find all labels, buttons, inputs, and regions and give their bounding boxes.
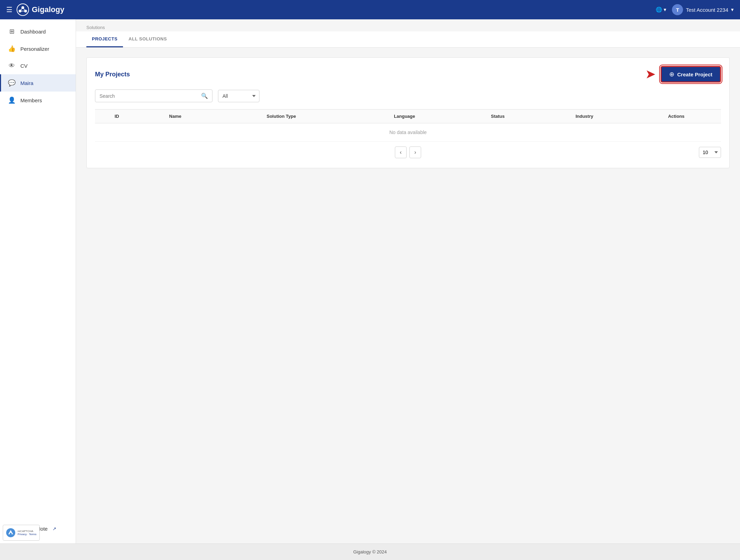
dashboard-icon: ⊞ — [8, 28, 16, 35]
next-page-button[interactable]: › — [409, 146, 421, 158]
no-data-row: No data available — [95, 123, 721, 142]
sidebar: ⊞ Dashboard 👍 Personalizer 👁 CV 💬 Maira … — [0, 19, 76, 543]
globe-icon: 🌐 — [656, 7, 662, 13]
col-status: Status — [458, 110, 538, 123]
recaptcha-text: reCAPTCHA Privacy · Terms — [18, 530, 37, 536]
tab-all-solutions[interactable]: ALL SOLUTIONS — [123, 31, 172, 47]
col-id: ID — [95, 110, 139, 123]
account-menu[interactable]: T Test Account 2234 ▾ — [672, 4, 734, 15]
search-input[interactable] — [99, 93, 201, 99]
svg-point-8 — [10, 533, 11, 534]
svg-line-4 — [20, 8, 23, 11]
tab-projects[interactable]: PROJECTS — [86, 31, 123, 47]
projects-header: My Projects ➤ ⊕ Create Project — [95, 66, 721, 83]
search-icon: 🔍 — [201, 93, 208, 99]
sidebar-label-dashboard: Dashboard — [20, 29, 46, 35]
footer-text: Gigalogy © 2024 — [353, 549, 387, 554]
recaptcha-icon — [6, 528, 16, 538]
recaptcha-label: reCAPTCHA — [18, 530, 37, 533]
col-name: Name — [139, 110, 212, 123]
content-area: Solutions PROJECTS ALL SOLUTIONS My Proj… — [76, 19, 740, 543]
content-body: My Projects ➤ ⊕ Create Project 🔍 — [76, 48, 740, 543]
filter-dropdown[interactable]: All Active Inactive — [218, 90, 259, 102]
privacy-terms-link[interactable]: Privacy · Terms — [18, 533, 37, 536]
topnav-left: ☰ Gigalogy — [6, 3, 64, 16]
projects-title: My Projects — [95, 71, 130, 78]
cv-icon: 👁 — [8, 62, 16, 69]
arrow-right-icon: ➤ — [646, 68, 655, 81]
svg-line-5 — [23, 8, 26, 11]
recaptcha-logo — [6, 528, 16, 538]
projects-card: My Projects ➤ ⊕ Create Project 🔍 — [86, 57, 730, 168]
pagination-row: ‹ › 10 25 50 100 — [95, 142, 721, 160]
create-project-label: Create Project — [677, 72, 712, 77]
create-project-button[interactable]: ⊕ Create Project — [661, 66, 721, 83]
top-navigation: ☰ Gigalogy 🌐 ▾ T Test Account 2234 — [0, 0, 740, 19]
topnav-right: 🌐 ▾ T Test Account 2234 ▾ — [656, 4, 734, 15]
no-data-cell: No data available — [95, 123, 721, 142]
sidebar-label-members: Members — [20, 97, 42, 103]
gigalogy-logo-icon — [17, 3, 29, 16]
sidebar-item-members[interactable]: 👤 Members — [0, 92, 76, 109]
account-name: Test Account 2234 — [686, 7, 728, 13]
plus-icon: ⊕ — [669, 70, 674, 78]
per-page-select[interactable]: 10 25 50 100 — [699, 147, 721, 158]
personalizer-icon: 👍 — [8, 45, 16, 53]
search-box: 🔍 — [95, 89, 212, 102]
footer: Gigalogy © 2024 — [0, 543, 740, 560]
projects-table: ID Name Solution Type Language Status In… — [95, 109, 721, 142]
hamburger-menu-icon[interactable]: ☰ — [6, 6, 12, 14]
tabs-bar: PROJECTS ALL SOLUTIONS — [76, 31, 740, 48]
table-header: ID Name Solution Type Language Status In… — [95, 110, 721, 123]
sidebar-label-cv: CV — [20, 63, 28, 69]
col-solution-type: Solution Type — [212, 110, 351, 123]
recaptcha-badge: reCAPTCHA Privacy · Terms — [3, 525, 40, 541]
next-icon: › — [414, 149, 416, 155]
col-language: Language — [351, 110, 458, 123]
col-actions: Actions — [632, 110, 721, 123]
language-selector[interactable]: 🌐 ▾ — [656, 7, 666, 13]
sidebar-item-cv[interactable]: 👁 CV — [0, 57, 76, 74]
account-chevron: ▾ — [731, 7, 734, 13]
breadcrumb: Solutions — [76, 19, 740, 31]
create-project-wrapper: ➤ ⊕ Create Project — [646, 66, 721, 83]
members-icon: 👤 — [8, 96, 16, 104]
maira-icon: 💬 — [8, 79, 16, 87]
sidebar-label-personalizer: Personalizer — [20, 46, 49, 52]
col-industry: Industry — [537, 110, 632, 123]
sidebar-item-dashboard[interactable]: ⊞ Dashboard — [0, 23, 76, 40]
external-link-icon: ↗ — [53, 526, 56, 531]
prev-page-button[interactable]: ‹ — [395, 146, 407, 158]
svg-point-0 — [17, 4, 29, 16]
sidebar-item-personalizer[interactable]: 👍 Personalizer — [0, 40, 76, 57]
logo-area: Gigalogy — [17, 3, 64, 16]
logo-text: Gigalogy — [32, 5, 64, 14]
filter-row: 🔍 All Active Inactive — [95, 89, 721, 102]
main-layout: ⊞ Dashboard 👍 Personalizer 👁 CV 💬 Maira … — [0, 19, 740, 543]
language-chevron: ▾ — [664, 7, 666, 13]
sidebar-item-maira[interactable]: 💬 Maira — [0, 74, 76, 92]
sidebar-label-maira: Maira — [20, 80, 34, 86]
prev-icon: ‹ — [400, 149, 401, 155]
account-avatar: T — [672, 4, 683, 15]
table-body: No data available — [95, 123, 721, 142]
